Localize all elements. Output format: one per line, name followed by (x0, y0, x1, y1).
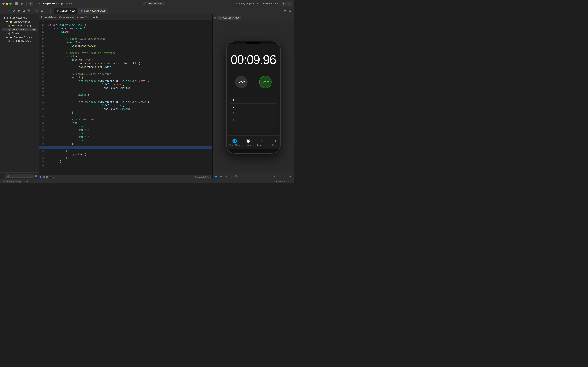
lap-list: 1 2 3 4 5 (230, 97, 277, 129)
timer-label: Timer (272, 144, 277, 146)
code-line: 11 var body: some View { (39, 27, 212, 30)
tab-stopwatchapp[interactable]: 🔷 StopwatchAppApp (78, 8, 108, 14)
phone-container: 00:09.96 Reset Start 1 2 3 (212, 21, 294, 173)
code-scroll[interactable]: 9 10 struct ContentView: View { 11 var b… (39, 20, 212, 175)
toolbar-icon-6[interactable]: 🔍 (27, 9, 31, 13)
zoom-out-icon[interactable]: － (278, 174, 282, 178)
forward-button[interactable]: › (38, 2, 41, 5)
toolbar-icon-8[interactable]: ☰ (40, 9, 44, 13)
line-content: VStack { (47, 55, 212, 58)
title-bar: ▶ ⊞ ‹ › StopwatchApp › main 📱 iPhone 14 … (0, 0, 294, 7)
stop-button[interactable] (15, 2, 18, 5)
toolbar-icon-2[interactable]: ◁ (7, 9, 11, 13)
breadcrumb-item-2[interactable]: StopwatchApp (59, 16, 75, 18)
sidebar-item-assets[interactable]: 🔷 Assets (1, 32, 37, 35)
inspector-button[interactable]: ⊟ (288, 9, 293, 13)
code-line: 33 label: "Start", (39, 104, 212, 107)
line-number: 22 (40, 65, 47, 69)
filter-options-icon[interactable]: ⊕ (35, 175, 37, 177)
code-line: 44 } (39, 142, 212, 146)
reset-button[interactable]: Reset (235, 76, 248, 88)
sidebar-item-stopwatchappapp[interactable]: 🔷 StopwatchAppApp (1, 24, 37, 28)
device-icon-bottom[interactable]: 📱 (49, 176, 52, 178)
stopwatchapp-tab-label: StopwatchAppApp (84, 9, 106, 12)
toolbar-icon-7[interactable]: 📎 (34, 9, 39, 13)
tab-contentview[interactable]: 🔷 ContentView (54, 8, 77, 14)
code-line: 34 labelColor: .green) (39, 107, 212, 111)
line-content: Color.black (47, 41, 212, 44)
preview-apps-icon[interactable]: ⊡ (224, 174, 228, 178)
close-button[interactable] (2, 2, 5, 5)
toolbar-icon-4[interactable]: ⊗ (17, 9, 21, 13)
sidebar-item-preview-content[interactable]: ▶ 📁 Preview Content (1, 35, 37, 39)
line-number: 21 (40, 62, 47, 65)
breadcrumb-item-3[interactable]: ContentView (77, 16, 90, 18)
add-filter-icon[interactable]: ＋ (1, 174, 4, 178)
minimize-button[interactable] (6, 2, 8, 5)
phone-tab-worldclock[interactable]: 🌐 World Clock (229, 138, 240, 146)
sidebar-item-contentview[interactable]: 🔷 ContentView M (1, 28, 37, 32)
run-icon[interactable]: ▶ (41, 176, 42, 178)
toolbar-separator-2 (50, 9, 50, 13)
main-area: ▼ ▶ StopwatchApp ▼ 📁 StopwatchApp 🔷 Stop… (0, 14, 294, 179)
line-content: .foregroundColor(.white) (47, 65, 212, 69)
stopwatchapp-label: StopwatchApp (195, 176, 211, 178)
maximize-button[interactable] (9, 2, 12, 5)
toolbar-icon-5[interactable]: ⊞ (22, 9, 26, 13)
toolbar-icon-9[interactable]: ↔ (44, 9, 49, 13)
line-content: } (47, 160, 212, 163)
toolbar-icon-3[interactable]: ⊕ (12, 9, 16, 13)
add-button[interactable]: ＋ (282, 1, 286, 6)
filter-input[interactable] (5, 174, 34, 178)
stopwatch-label: Stopwatch (257, 144, 266, 146)
breadcrumb-item-1[interactable]: StopwatchApp (41, 16, 57, 18)
code-line: 30 Spacer() (39, 93, 212, 97)
alarm-icon: ⏰ (246, 138, 251, 144)
layout-button[interactable]: ⊟ (287, 1, 292, 6)
line-content: Text("3") (47, 132, 212, 135)
sidebar-item-circlebuttonview[interactable]: 🔷 CircleButtonView (1, 39, 37, 43)
device-selector[interactable]: 📱 iPhone 14 Pro (143, 2, 165, 5)
code-line: 20 Text("00:09.96") (39, 58, 212, 62)
status-error-icon[interactable]: ⊕ (26, 180, 28, 183)
zoom-in-icon[interactable]: ＋ (283, 174, 287, 178)
code-line: 18 // Second layer (rest of interface) (39, 51, 212, 55)
status-warning-icon[interactable]: ⚠ (23, 180, 25, 183)
preview-info-icon[interactable]: ⓘ (234, 174, 239, 178)
split-right-button[interactable]: ⇄ (283, 9, 287, 13)
phone-tab-timer[interactable]: ⏲ Timer (272, 138, 277, 146)
toolbar-icon-1[interactable]: ≡ (1, 9, 6, 13)
info-icon[interactable]: ⓘ (53, 175, 55, 178)
sidebar-item-stopwatchapp-root[interactable]: ▼ ▶ StopwatchApp (1, 16, 37, 20)
sidebar-item-stopwatchapp-group[interactable]: ▼ 📁 StopwatchApp (1, 20, 37, 24)
code-line: 42 Text("4") (39, 135, 212, 139)
preview-device-icon[interactable]: 📱 (229, 174, 234, 178)
preview-grid-icon[interactable]: ⊞ (219, 174, 223, 178)
start-button[interactable]: Start (259, 76, 272, 88)
grid-icon[interactable]: ⊞ (46, 176, 48, 178)
code-line: 48 } (39, 156, 212, 160)
content-view-badge[interactable]: ⊡ Content View (217, 16, 241, 20)
code-line: 15 Color.black (39, 41, 212, 44)
preview-settings-icon[interactable]: ⚙ (214, 17, 216, 19)
contentview-tab-icon: 🔷 (56, 10, 59, 12)
zoom-actual-icon[interactable]: ↔ (288, 174, 293, 178)
zoom-fit-icon[interactable]: ⊡ (273, 174, 277, 178)
status-left: ⎇ StopwatchApp ⚠ ⊕ (2, 180, 28, 183)
phone-tab-stopwatch[interactable]: ⏱ Stopwatch (257, 138, 266, 146)
source-control-branch[interactable]: ⎇ StopwatchApp (2, 180, 22, 183)
back-button[interactable]: ‹ (35, 2, 38, 5)
preview-play-icon[interactable]: ▶ (214, 174, 218, 178)
sidebar-toggle-button[interactable]: ⊞ (29, 1, 33, 6)
timer-icon: ⏲ (272, 138, 277, 144)
lap-item: 2 (230, 104, 277, 110)
line-number: 19 (40, 55, 47, 58)
line-number: 24 (40, 72, 47, 76)
editor-tab-bar: 🔷 ContentView 🔷 StopwatchAppApp (54, 8, 108, 14)
split-icon[interactable]: ⊡ (43, 176, 45, 178)
title-bar-right: ＋ ⊟ (282, 1, 292, 6)
run-button[interactable]: ▶ (20, 1, 24, 6)
phone-tab-alarm[interactable]: ⏰ Alarm (246, 138, 251, 146)
traffic-lights (2, 2, 12, 5)
assets-icon: 🔷 (8, 33, 10, 35)
